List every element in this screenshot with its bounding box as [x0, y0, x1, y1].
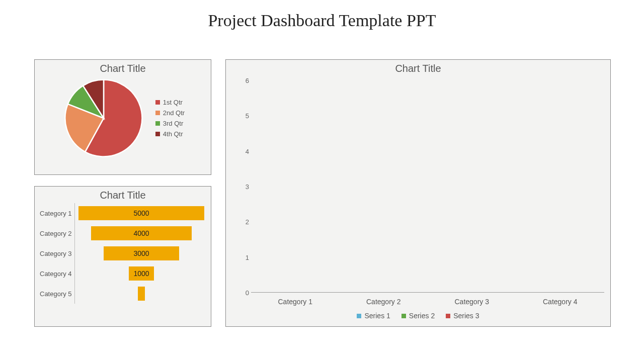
x-category-label: Category 2 — [340, 298, 428, 306]
bar-legend-item: Series 2 — [401, 312, 435, 320]
pie-chart-title: Chart Title — [35, 60, 211, 75]
y-tick-label: 3 — [238, 183, 249, 191]
bar-legend-item: Series 1 — [357, 312, 390, 320]
y-tick-label: 5 — [238, 112, 249, 120]
x-category-label: Category 4 — [516, 298, 605, 306]
legend-swatch — [155, 111, 160, 115]
funnel-chart-panel: Chart Title Category 15000Category 24000… — [34, 186, 211, 327]
funnel-category-label: Category 3 — [38, 243, 75, 263]
legend-swatch — [155, 100, 160, 105]
funnel-bar: 5000 — [78, 206, 204, 220]
legend-label: Series 2 — [409, 312, 435, 320]
bar-legend-item: Series 3 — [446, 312, 479, 320]
funnel-value: 4000 — [133, 229, 149, 237]
dashboard: Chart Title 1st Qtr2nd Qtr3rd Qtr4th Qtr… — [0, 35, 644, 357]
funnel-bar — [138, 287, 145, 301]
funnel-row: Category 15000 — [38, 203, 208, 223]
pie-legend: 1st Qtr2nd Qtr3rd Qtr4th Qtr — [155, 96, 185, 141]
x-category-label: Category 1 — [251, 298, 340, 306]
legend-swatch — [446, 314, 450, 318]
y-tick-label: 4 — [238, 147, 249, 155]
legend-swatch — [155, 132, 160, 136]
pie-legend-item: 2nd Qtr — [155, 109, 185, 117]
funnel-chart: Category 15000Category 24000Category 330… — [35, 202, 211, 308]
bar-legend: Series 1Series 2Series 3 — [226, 312, 610, 320]
legend-label: 2nd Qtr — [163, 109, 185, 117]
funnel-row: Category 24000 — [38, 223, 208, 243]
funnel-category-label: Category 2 — [38, 223, 75, 243]
bar-chart-panel: Chart Title 0123456Category 1Category 2C… — [225, 59, 611, 327]
legend-label: 3rd Qtr — [163, 120, 183, 127]
y-tick-label: 2 — [238, 218, 249, 226]
y-tick-label: 0 — [238, 289, 249, 297]
funnel-category-label: Category 4 — [38, 263, 75, 284]
legend-label: 4th Qtr — [163, 130, 183, 138]
legend-swatch — [357, 314, 361, 318]
legend-label: 1st Qtr — [163, 99, 183, 106]
funnel-value: 3000 — [133, 249, 149, 257]
page-title: Project Dashboard Template PPT — [0, 0, 644, 35]
funnel-row: Category 33000 — [38, 243, 208, 263]
funnel-chart-title: Chart Title — [35, 187, 211, 202]
x-category-label: Category 3 — [428, 298, 516, 306]
funnel-bar: 3000 — [104, 246, 179, 260]
legend-swatch — [155, 121, 160, 126]
funnel-value: 5000 — [133, 209, 149, 217]
legend-label: Series 3 — [453, 312, 479, 320]
pie-chart-panel: Chart Title 1st Qtr2nd Qtr3rd Qtr4th Qtr — [34, 59, 211, 175]
pie-legend-item: 1st Qtr — [155, 99, 185, 106]
funnel-row: Category 41000 — [38, 263, 208, 284]
funnel-bar: 1000 — [129, 266, 154, 281]
legend-label: Series 1 — [364, 312, 390, 320]
bar-chart: 0123456Category 1Category 2Category 3Cat… — [251, 80, 604, 293]
bar-chart-title: Chart Title — [226, 60, 610, 75]
y-tick-label: 1 — [238, 253, 249, 261]
y-tick-label: 6 — [238, 77, 249, 84]
funnel-category-label: Category 5 — [38, 284, 75, 304]
legend-swatch — [401, 314, 406, 318]
funnel-value: 1000 — [133, 269, 149, 278]
pie-chart — [61, 75, 146, 161]
funnel-bar: 4000 — [91, 226, 192, 240]
pie-legend-item: 4th Qtr — [155, 130, 185, 138]
funnel-row: Category 5 — [38, 284, 208, 304]
funnel-category-label: Category 1 — [38, 203, 75, 223]
pie-legend-item: 3rd Qtr — [155, 120, 185, 127]
